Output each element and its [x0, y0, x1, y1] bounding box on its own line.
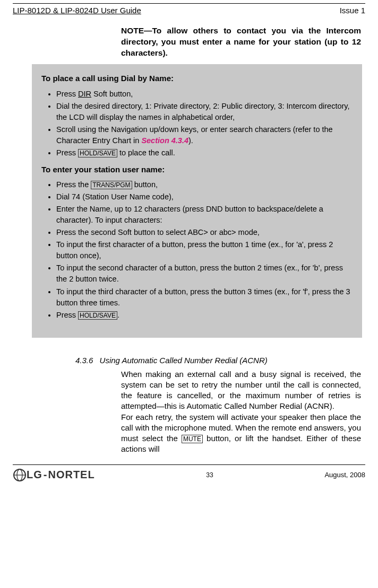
list-item: To input the second character of a butto…: [56, 262, 353, 285]
page-header: LIP-8012D & LIP-8024D User Guide Issue 1: [0, 6, 378, 15]
list-item: Press the second Soft button to select A…: [56, 227, 353, 238]
text: to place the call.: [117, 148, 175, 157]
box-heading-1: To place a call using Dial by Name:: [41, 73, 353, 84]
footer-date: August, 2008: [324, 471, 365, 479]
header-issue: Issue 1: [340, 6, 365, 15]
list-item: Press HOLD/SAVE to place the call.: [56, 147, 353, 159]
header-guide-title: LIP-8012D & LIP-8024D User Guide: [13, 6, 141, 15]
logo-dash: -: [44, 469, 47, 481]
text: .: [117, 311, 119, 319]
text: Press: [56, 311, 78, 319]
list-item: Press HOLD/SAVE.: [56, 310, 353, 321]
instruction-box: To place a call using Dial by Name: Pres…: [32, 64, 362, 338]
list-item: To input the third character of a button…: [56, 286, 353, 309]
page-number: 33: [95, 471, 325, 479]
header-rule: [13, 3, 365, 4]
body-paragraph-1: When making an external call and a busy …: [121, 369, 361, 412]
dir-softbutton: DIR: [78, 90, 91, 98]
list-item: Dial 74 (Station User Name code),: [56, 191, 353, 203]
text: ).: [188, 136, 193, 145]
list-item: Press the TRANS/PGM button,: [56, 179, 353, 190]
text: Press the: [56, 180, 91, 189]
list-item: To input the first character of a button…: [56, 239, 353, 261]
text: Soft button,: [91, 90, 133, 98]
text: Press: [56, 90, 78, 98]
globe-icon: [13, 468, 27, 482]
lg-nortel-logo: LG-NORTEL: [13, 468, 95, 482]
list-item: Enter the Name, up to 12 characters (pre…: [56, 204, 353, 226]
logo-lg-text: LG: [27, 469, 42, 481]
section-number: 4.3.6: [75, 356, 93, 365]
transpgm-key: TRANS/PGM: [91, 181, 132, 189]
holdsave-key: HOLD/SAVE: [78, 149, 117, 157]
list-item: Dial the desired directory, 1: Private d…: [56, 101, 353, 123]
list-item: Press DIR Soft button,: [56, 89, 353, 100]
list-item: Scroll using the Navigation up/down keys…: [56, 124, 353, 146]
text: button,: [132, 180, 158, 189]
box-list-2: Press the TRANS/PGM button, Dial 74 (Sta…: [56, 179, 353, 320]
holdsave-key: HOLD/SAVE: [78, 311, 117, 320]
logo-nortel-text: NORTEL: [48, 469, 94, 481]
text: Scroll using the Navigation up/down keys…: [56, 125, 333, 145]
document-page: LIP-8012D & LIP-8024D User Guide Issue 1…: [0, 3, 378, 487]
body-paragraph-2: For each retry, the system will activate…: [121, 412, 361, 455]
mute-key: MUTE: [182, 435, 203, 443]
box-heading-2: To enter your station user name:: [41, 164, 353, 175]
note-paragraph: NOTE—To allow others to contact you via …: [121, 25, 361, 59]
page-footer: LG-NORTEL 33 August, 2008: [0, 465, 378, 487]
subsection-heading: 4.3.6 Using Automatic Called Number Redi…: [75, 356, 361, 365]
section-title: Using Automatic Called Number Redial (AC…: [100, 356, 268, 365]
section-ref-link: Section 4.3.4: [141, 136, 188, 145]
box-list-1: Press DIR Soft button, Dial the desired …: [56, 89, 353, 159]
text: Press: [56, 148, 78, 157]
